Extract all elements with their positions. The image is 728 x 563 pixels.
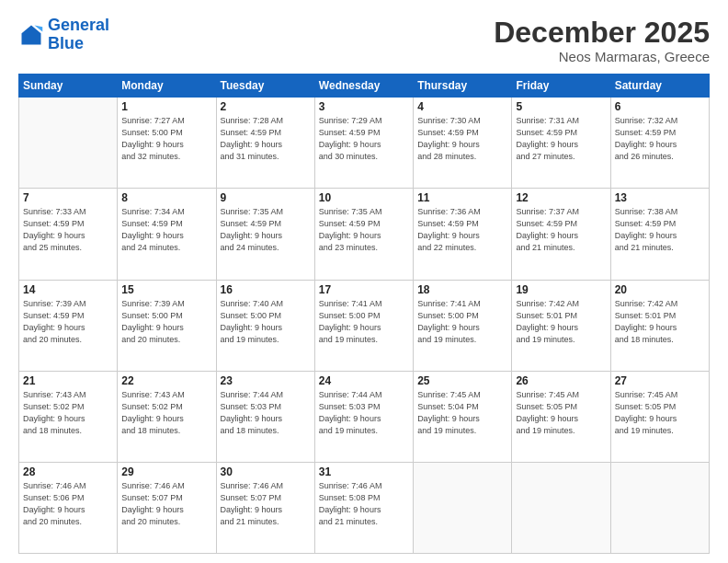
day-number: 26 bbox=[516, 374, 606, 387]
day-info: Sunrise: 7:43 AM Sunset: 5:02 PM Dayligh… bbox=[121, 389, 211, 437]
calendar-cell: 16Sunrise: 7:40 AM Sunset: 5:00 PM Dayli… bbox=[216, 280, 314, 371]
calendar-cell: 7Sunrise: 7:33 AM Sunset: 4:59 PM Daylig… bbox=[19, 189, 118, 280]
day-number: 14 bbox=[23, 283, 113, 296]
day-number: 17 bbox=[319, 283, 409, 296]
calendar-cell bbox=[19, 98, 118, 189]
calendar-cell: 27Sunrise: 7:45 AM Sunset: 5:05 PM Dayli… bbox=[610, 371, 709, 462]
calendar-cell bbox=[610, 462, 709, 553]
subtitle: Neos Marmaras, Greece bbox=[494, 49, 710, 64]
calendar-cell: 14Sunrise: 7:39 AM Sunset: 4:59 PM Dayli… bbox=[19, 280, 118, 371]
day-number: 2 bbox=[221, 100, 311, 113]
logo-icon bbox=[18, 22, 44, 48]
day-info: Sunrise: 7:46 AM Sunset: 5:07 PM Dayligh… bbox=[121, 480, 211, 528]
day-info: Sunrise: 7:39 AM Sunset: 5:00 PM Dayligh… bbox=[121, 298, 211, 346]
day-number: 23 bbox=[221, 374, 311, 387]
day-number: 21 bbox=[23, 374, 113, 387]
calendar-cell: 15Sunrise: 7:39 AM Sunset: 5:00 PM Dayli… bbox=[118, 280, 216, 371]
day-number: 31 bbox=[319, 465, 409, 478]
svg-marker-0 bbox=[22, 25, 41, 44]
calendar-cell: 1Sunrise: 7:27 AM Sunset: 5:00 PM Daylig… bbox=[118, 98, 216, 189]
day-info: Sunrise: 7:45 AM Sunset: 5:04 PM Dayligh… bbox=[417, 389, 507, 437]
day-info: Sunrise: 7:35 AM Sunset: 4:59 PM Dayligh… bbox=[221, 206, 311, 254]
calendar-cell: 30Sunrise: 7:46 AM Sunset: 5:07 PM Dayli… bbox=[216, 462, 314, 553]
day-info: Sunrise: 7:46 AM Sunset: 5:07 PM Dayligh… bbox=[221, 480, 311, 528]
week-row-3: 14Sunrise: 7:39 AM Sunset: 4:59 PM Dayli… bbox=[19, 280, 710, 371]
logo: General Blue bbox=[18, 17, 109, 53]
calendar-cell: 26Sunrise: 7:45 AM Sunset: 5:05 PM Dayli… bbox=[512, 371, 610, 462]
calendar-cell: 23Sunrise: 7:44 AM Sunset: 5:03 PM Dayli… bbox=[216, 371, 314, 462]
calendar-cell: 22Sunrise: 7:43 AM Sunset: 5:02 PM Dayli… bbox=[118, 371, 216, 462]
day-number: 16 bbox=[221, 283, 311, 296]
day-info: Sunrise: 7:32 AM Sunset: 4:59 PM Dayligh… bbox=[615, 115, 705, 163]
day-info: Sunrise: 7:46 AM Sunset: 5:08 PM Dayligh… bbox=[319, 480, 409, 528]
calendar-cell: 21Sunrise: 7:43 AM Sunset: 5:02 PM Dayli… bbox=[19, 371, 118, 462]
calendar-cell: 13Sunrise: 7:38 AM Sunset: 4:59 PM Dayli… bbox=[610, 189, 709, 280]
day-number: 9 bbox=[221, 191, 311, 204]
day-info: Sunrise: 7:31 AM Sunset: 4:59 PM Dayligh… bbox=[516, 115, 606, 163]
week-row-1: 1Sunrise: 7:27 AM Sunset: 5:00 PM Daylig… bbox=[19, 98, 710, 189]
main-title: December 2025 bbox=[494, 17, 710, 49]
week-row-2: 7Sunrise: 7:33 AM Sunset: 4:59 PM Daylig… bbox=[19, 189, 710, 280]
calendar-header-row: SundayMondayTuesdayWednesdayThursdayFrid… bbox=[19, 75, 710, 98]
day-number: 28 bbox=[23, 465, 113, 478]
day-number: 7 bbox=[23, 191, 113, 204]
calendar-cell: 5Sunrise: 7:31 AM Sunset: 4:59 PM Daylig… bbox=[512, 98, 610, 189]
day-number: 18 bbox=[417, 283, 507, 296]
day-info: Sunrise: 7:36 AM Sunset: 4:59 PM Dayligh… bbox=[417, 206, 507, 254]
day-info: Sunrise: 7:46 AM Sunset: 5:06 PM Dayligh… bbox=[23, 480, 113, 528]
calendar-cell: 10Sunrise: 7:35 AM Sunset: 4:59 PM Dayli… bbox=[314, 189, 413, 280]
week-row-4: 21Sunrise: 7:43 AM Sunset: 5:02 PM Dayli… bbox=[19, 371, 710, 462]
day-info: Sunrise: 7:41 AM Sunset: 5:00 PM Dayligh… bbox=[319, 298, 409, 346]
day-info: Sunrise: 7:30 AM Sunset: 4:59 PM Dayligh… bbox=[417, 115, 507, 163]
calendar-cell: 18Sunrise: 7:41 AM Sunset: 5:00 PM Dayli… bbox=[414, 280, 512, 371]
logo-line2: Blue bbox=[48, 34, 84, 52]
logo-line1: General bbox=[48, 16, 109, 34]
day-number: 12 bbox=[516, 191, 606, 204]
calendar-table: SundayMondayTuesdayWednesdayThursdayFrid… bbox=[18, 74, 710, 554]
day-info: Sunrise: 7:29 AM Sunset: 4:59 PM Dayligh… bbox=[319, 115, 409, 163]
week-row-5: 28Sunrise: 7:46 AM Sunset: 5:06 PM Dayli… bbox=[19, 462, 710, 553]
calendar-cell: 29Sunrise: 7:46 AM Sunset: 5:07 PM Dayli… bbox=[118, 462, 216, 553]
day-number: 19 bbox=[516, 283, 606, 296]
day-header-wednesday: Wednesday bbox=[314, 75, 413, 98]
day-header-tuesday: Tuesday bbox=[216, 75, 314, 98]
calendar-cell: 28Sunrise: 7:46 AM Sunset: 5:06 PM Dayli… bbox=[19, 462, 118, 553]
day-info: Sunrise: 7:44 AM Sunset: 5:03 PM Dayligh… bbox=[221, 389, 311, 437]
day-number: 25 bbox=[417, 374, 507, 387]
day-number: 3 bbox=[319, 100, 409, 113]
day-info: Sunrise: 7:40 AM Sunset: 5:00 PM Dayligh… bbox=[221, 298, 311, 346]
logo-text: General Blue bbox=[48, 17, 109, 53]
calendar-cell: 4Sunrise: 7:30 AM Sunset: 4:59 PM Daylig… bbox=[414, 98, 512, 189]
day-info: Sunrise: 7:38 AM Sunset: 4:59 PM Dayligh… bbox=[615, 206, 705, 254]
day-header-monday: Monday bbox=[118, 75, 216, 98]
day-number: 24 bbox=[319, 374, 409, 387]
day-number: 29 bbox=[121, 465, 211, 478]
day-header-friday: Friday bbox=[512, 75, 610, 98]
day-number: 15 bbox=[121, 283, 211, 296]
day-info: Sunrise: 7:28 AM Sunset: 4:59 PM Dayligh… bbox=[221, 115, 311, 163]
calendar-cell: 19Sunrise: 7:42 AM Sunset: 5:01 PM Dayli… bbox=[512, 280, 610, 371]
day-number: 1 bbox=[121, 100, 211, 113]
day-header-thursday: Thursday bbox=[414, 75, 512, 98]
day-info: Sunrise: 7:42 AM Sunset: 5:01 PM Dayligh… bbox=[516, 298, 606, 346]
day-number: 8 bbox=[121, 191, 211, 204]
calendar-cell: 20Sunrise: 7:42 AM Sunset: 5:01 PM Dayli… bbox=[610, 280, 709, 371]
day-header-saturday: Saturday bbox=[610, 75, 709, 98]
day-info: Sunrise: 7:41 AM Sunset: 5:00 PM Dayligh… bbox=[417, 298, 507, 346]
calendar-cell: 8Sunrise: 7:34 AM Sunset: 4:59 PM Daylig… bbox=[118, 189, 216, 280]
day-info: Sunrise: 7:44 AM Sunset: 5:03 PM Dayligh… bbox=[319, 389, 409, 437]
calendar-cell: 2Sunrise: 7:28 AM Sunset: 4:59 PM Daylig… bbox=[216, 98, 314, 189]
day-info: Sunrise: 7:35 AM Sunset: 4:59 PM Dayligh… bbox=[319, 206, 409, 254]
calendar-cell: 3Sunrise: 7:29 AM Sunset: 4:59 PM Daylig… bbox=[314, 98, 413, 189]
calendar-cell: 24Sunrise: 7:44 AM Sunset: 5:03 PM Dayli… bbox=[314, 371, 413, 462]
day-info: Sunrise: 7:34 AM Sunset: 4:59 PM Dayligh… bbox=[121, 206, 211, 254]
calendar-cell: 12Sunrise: 7:37 AM Sunset: 4:59 PM Dayli… bbox=[512, 189, 610, 280]
day-info: Sunrise: 7:33 AM Sunset: 4:59 PM Dayligh… bbox=[23, 206, 113, 254]
calendar-cell: 31Sunrise: 7:46 AM Sunset: 5:08 PM Dayli… bbox=[314, 462, 413, 553]
day-number: 6 bbox=[615, 100, 705, 113]
day-number: 20 bbox=[615, 283, 705, 296]
day-number: 13 bbox=[615, 191, 705, 204]
calendar-cell: 17Sunrise: 7:41 AM Sunset: 5:00 PM Dayli… bbox=[314, 280, 413, 371]
calendar-cell: 25Sunrise: 7:45 AM Sunset: 5:04 PM Dayli… bbox=[414, 371, 512, 462]
calendar-cell: 11Sunrise: 7:36 AM Sunset: 4:59 PM Dayli… bbox=[414, 189, 512, 280]
